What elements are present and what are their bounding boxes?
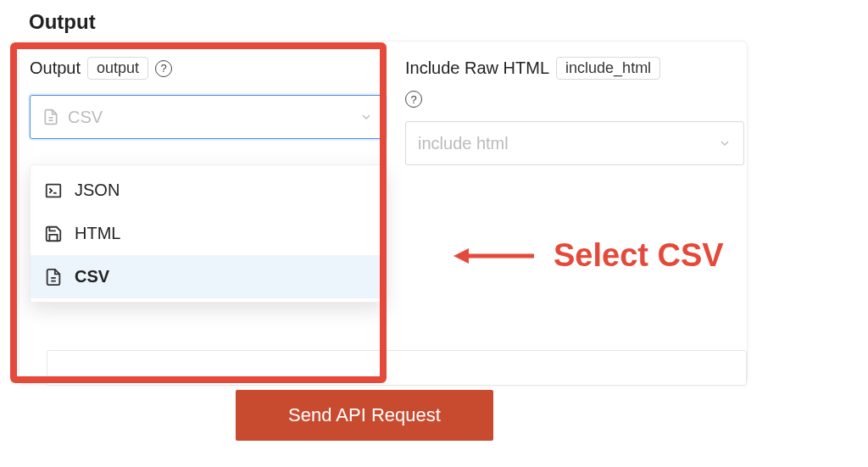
dropdown-option-csv[interactable]: CSV [31,255,385,298]
result-box [47,350,747,386]
form-panel: Output output ? CSV Include Raw HTML inc… [19,41,748,384]
output-label-row: Output output ? [30,57,386,80]
include-select-wrap: include html [405,121,744,165]
dropdown-option-label: CSV [75,267,109,286]
svg-rect-2 [47,184,61,197]
dropdown-option-label: JSON [75,181,120,200]
include-label: Include Raw HTML [405,58,549,78]
file-icon [44,268,63,286]
include-field-group: Include Raw HTML include_html [405,57,744,80]
output-select[interactable]: CSV [30,95,386,139]
chevron-down-icon [359,110,373,124]
annotation: Select CSV [453,237,724,274]
output-label: Output [30,58,81,78]
file-icon [42,108,59,125]
send-api-request-button[interactable]: Send API Request [236,390,493,441]
include-label-row: Include Raw HTML include_html [405,57,744,80]
output-dropdown: JSON HTML CSV [30,164,386,303]
save-icon [44,225,63,243]
terminal-icon [44,181,63,200]
include-select-placeholder: include html [418,134,509,153]
include-param-pill: include_html [556,57,660,80]
help-icon[interactable]: ? [155,60,172,77]
section-header: Output [29,10,96,34]
output-select-value: CSV [68,108,103,127]
dropdown-option-label: HTML [75,224,120,243]
include-select[interactable]: include html [405,121,744,165]
arrow-left-icon [453,243,538,269]
annotation-text: Select CSV [554,237,724,274]
dropdown-option-html[interactable]: HTML [31,212,385,255]
dropdown-option-json[interactable]: JSON [31,169,385,212]
help-icon[interactable]: ? [405,91,422,108]
output-param-pill: output [87,57,148,80]
output-field-group: Output output ? CSV [30,57,386,139]
chevron-down-icon [718,136,732,150]
svg-marker-7 [453,248,469,264]
